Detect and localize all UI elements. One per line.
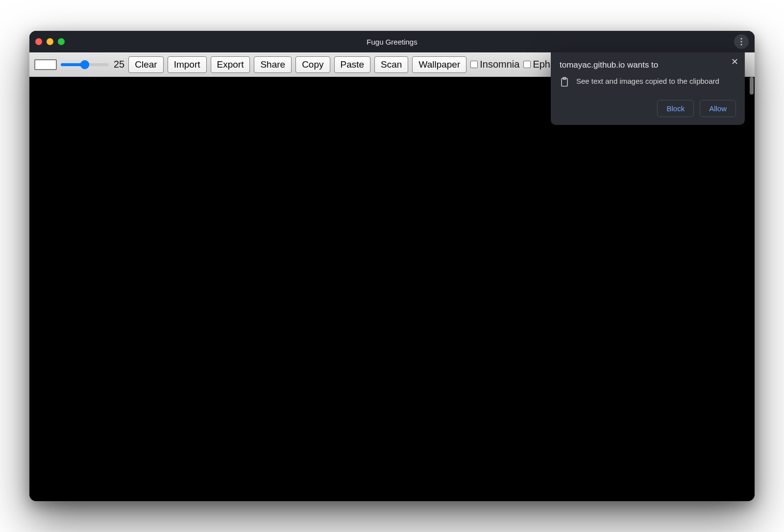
window-controls: [35, 38, 65, 45]
import-button[interactable]: Import: [168, 56, 207, 73]
more-vertical-icon: [740, 38, 742, 46]
paste-button[interactable]: Paste: [334, 56, 371, 73]
permission-headline: tomayac.github.io wants to: [560, 60, 736, 70]
permission-item-text: See text and images copied to the clipbo…: [576, 77, 719, 85]
kebab-menu-button[interactable]: [734, 34, 749, 49]
color-picker-swatch[interactable]: [34, 59, 57, 70]
copy-button[interactable]: Copy: [295, 56, 330, 73]
close-window-button[interactable]: [35, 38, 42, 45]
brush-size-control: 25: [61, 59, 124, 70]
zoom-window-button[interactable]: [58, 38, 65, 45]
drawing-canvas[interactable]: [29, 77, 755, 501]
slider-thumb[interactable]: [80, 60, 89, 69]
app-window: Fugu Greetings 25 Clear Import Export Sh: [29, 31, 755, 501]
wallpaper-button[interactable]: Wallpaper: [412, 56, 466, 73]
export-button[interactable]: Export: [211, 56, 250, 73]
allow-button[interactable]: Allow: [700, 100, 736, 117]
insomnia-checkbox[interactable]: [470, 61, 478, 68]
clipboard-icon: [560, 77, 569, 89]
titlebar: Fugu Greetings: [29, 31, 755, 52]
insomnia-label: Insomnia: [480, 59, 519, 70]
brush-size-value: 25: [114, 59, 124, 70]
svg-point-2: [740, 44, 742, 45]
svg-point-0: [740, 38, 742, 39]
window-title: Fugu Greetings: [29, 38, 755, 46]
clear-button[interactable]: Clear: [128, 56, 163, 73]
permission-actions: Block Allow: [560, 100, 736, 117]
block-button[interactable]: Block: [657, 100, 694, 117]
svg-point-1: [740, 41, 742, 42]
permission-origin: tomayac.github.io: [560, 60, 625, 70]
ephemeral-checkbox[interactable]: [523, 61, 531, 68]
permission-item: See text and images copied to the clipbo…: [560, 77, 736, 89]
scrollbar-thumb[interactable]: [750, 77, 754, 95]
insomnia-toggle: Insomnia: [470, 59, 519, 70]
scan-button[interactable]: Scan: [374, 56, 408, 73]
brush-size-slider[interactable]: [61, 60, 109, 70]
permission-prompt: ✕ tomayac.github.io wants to See text an…: [551, 52, 745, 125]
share-button[interactable]: Share: [254, 56, 292, 73]
minimize-window-button[interactable]: [47, 38, 53, 45]
permission-wants: wants to: [627, 60, 658, 70]
close-icon[interactable]: ✕: [730, 57, 739, 66]
